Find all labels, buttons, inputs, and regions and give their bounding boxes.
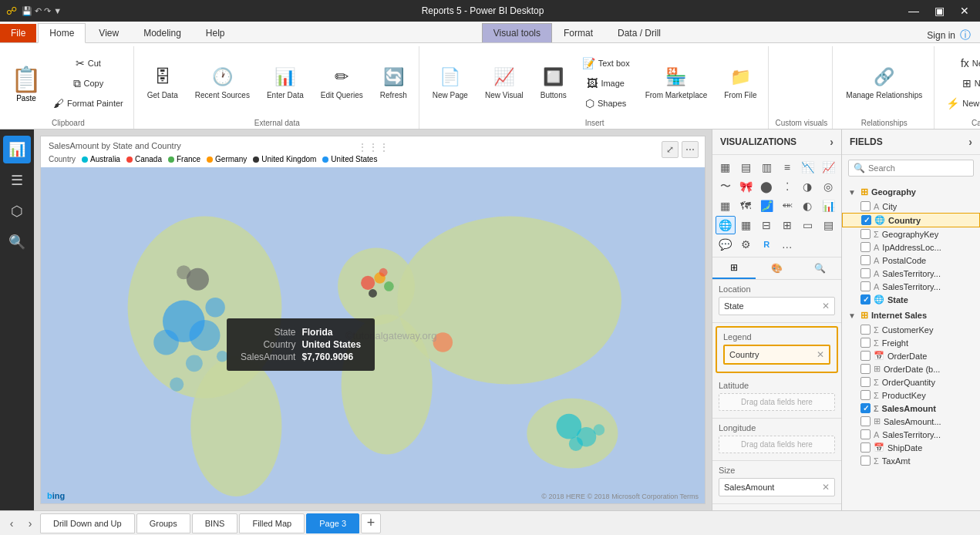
salesamount-b-checkbox[interactable] (860, 416, 871, 426)
move-handle[interactable]: ⋮⋮⋮ (357, 141, 389, 153)
orderdate-checkbox[interactable] (860, 351, 871, 361)
new-measure-button[interactable]: fx New Measure (941, 54, 980, 72)
viz-panel-expand-icon[interactable]: › (830, 136, 834, 148)
new-quick-measure-button[interactable]: ⚡ New Quick Measure (941, 94, 980, 113)
tab-filled-map[interactable]: Filled Map (239, 513, 305, 533)
field-state[interactable]: ✓ 🌐 State (842, 293, 980, 306)
orderdate-b-checkbox[interactable] (860, 364, 871, 374)
sidebar-btn-data[interactable]: ☰ (3, 167, 31, 194)
get-data-button[interactable]: 🗄 Get Data (140, 61, 185, 106)
tab-nav-left[interactable]: ‹ (3, 513, 20, 533)
viz-qna[interactable]: 💬 (716, 235, 736, 254)
tab-visual-tools[interactable]: Visual tools (482, 23, 552, 42)
viz-slicer[interactable]: ⊟ (756, 216, 776, 234)
field-salesterritory-is[interactable]: A SalesTerritory... (842, 428, 980, 441)
viz-size-remove-btn[interactable]: ✕ (822, 482, 830, 493)
tab-data-drill[interactable]: Data / Drill (606, 23, 672, 42)
fields-group-internetsales-header[interactable]: ▼ ⊞ Internet Sales (842, 308, 980, 323)
city-checkbox[interactable] (860, 201, 871, 211)
image-button[interactable]: 🖼 Image (577, 74, 635, 93)
ipaddress-checkbox[interactable] (860, 242, 871, 252)
viz-longitude-placeholder[interactable]: Drag data fields here (719, 436, 835, 453)
tab-bins[interactable]: BINS (192, 513, 238, 533)
field-country[interactable]: ✓ 🌐 Country (842, 213, 980, 227)
viz-multirow-card[interactable]: ▤ (818, 216, 838, 234)
tab-drill-down[interactable]: Drill Down and Up (40, 513, 135, 533)
cut-button[interactable]: ✂ Cut (48, 54, 129, 72)
enter-data-button[interactable]: 📊 Enter Data (260, 61, 311, 106)
field-city[interactable]: A City (842, 200, 980, 213)
viz-line-chart[interactable]: 📉 (798, 158, 818, 177)
field-salesamount[interactable]: ✓ Σ SalesAmount (842, 402, 980, 415)
maximize-btn[interactable]: ▣ (930, 3, 949, 19)
viz-latitude-placeholder[interactable]: Drag data fields here (719, 393, 835, 411)
viz-kpi[interactable]: 📊 (818, 197, 838, 215)
field-postalcode[interactable]: A PostalCode (842, 254, 980, 267)
viz-line-col[interactable]: 〜 (716, 177, 736, 196)
text-box-button[interactable]: 📝 Text box (577, 54, 635, 72)
new-page-button[interactable]: 📄 New Page (426, 61, 475, 106)
viz-fields-tab[interactable]: ⊞ (712, 257, 756, 279)
viz-matrix[interactable]: ▦ (736, 216, 756, 234)
viz-legend-remove-btn[interactable]: ✕ (817, 349, 824, 360)
expand-btn[interactable]: ⤢ (662, 141, 679, 158)
taxamt-checkbox[interactable] (860, 456, 871, 466)
viz-location-remove-btn[interactable]: ✕ (822, 301, 830, 311)
viz-scatter[interactable]: ⁚ (777, 177, 797, 196)
viz-funnel[interactable]: ⬽ (777, 197, 797, 215)
fields-panel-expand-icon[interactable]: › (968, 136, 972, 148)
tab-help[interactable]: Help (194, 23, 237, 42)
tab-modeling[interactable]: Modeling (132, 23, 193, 42)
freight-checkbox[interactable] (860, 338, 871, 348)
fields-search-input[interactable] (868, 163, 975, 173)
sidebar-btn-analytics[interactable]: 🔍 (3, 228, 31, 256)
map-visual[interactable]: ©tutorialgateway.org State Florida Count… (41, 167, 705, 503)
viz-pie[interactable]: ◑ (798, 177, 818, 196)
viz-gauge[interactable]: ◐ (798, 197, 818, 215)
viz-treemap[interactable]: ▦ (716, 197, 736, 215)
more-btn[interactable]: ⋯ (682, 141, 699, 158)
salesterritory1-checkbox[interactable] (860, 268, 871, 278)
copy-button[interactable]: ⧉ Copy (48, 74, 129, 93)
country-checkbox[interactable]: ✓ (861, 215, 871, 225)
sign-in-area[interactable]: Sign in ⓘ (918, 29, 980, 42)
field-ipaddress[interactable]: A IpAddressLoc... (842, 241, 980, 254)
viz-bar-chart[interactable]: ▦ (716, 158, 736, 177)
edit-queries-button[interactable]: ✏ Edit Queries (314, 61, 370, 106)
field-salesterritory1[interactable]: A SalesTerritory... (842, 267, 980, 280)
field-freight[interactable]: Σ Freight (842, 336, 980, 349)
minimize-btn[interactable]: ― (904, 3, 924, 19)
viz-ribbon[interactable]: 🎀 (736, 177, 756, 196)
field-orderquantity[interactable]: Σ OrderQuantity (842, 375, 980, 389)
fields-search-box[interactable]: 🔍 (848, 160, 974, 177)
tab-page3[interactable]: Page 3 (306, 513, 359, 533)
buttons-button[interactable]: 🔲 Buttons (534, 61, 574, 106)
format-painter-button[interactable]: 🖌 Format Painter (48, 94, 129, 113)
close-btn[interactable]: ✕ (955, 3, 974, 19)
manage-relationships-button[interactable]: 🔗 Manage Relationships (839, 61, 929, 106)
field-productkey[interactable]: Σ ProductKey (842, 389, 980, 402)
state-checkbox[interactable]: ✓ (860, 294, 871, 305)
viz-legend-field[interactable]: Country ✕ (723, 345, 830, 365)
field-taxamt[interactable]: Σ TaxAmt (842, 454, 980, 467)
tab-view[interactable]: View (87, 23, 130, 42)
field-geographykey[interactable]: Σ GeographyKey (842, 227, 980, 241)
viz-100-bar[interactable]: ≡ (777, 158, 797, 177)
salesterritory-is-checkbox[interactable] (860, 429, 871, 439)
from-marketplace-button[interactable]: 🏪 From Marketplace (638, 61, 715, 106)
salesterritory2-checkbox[interactable] (860, 281, 871, 291)
customerkey-checkbox[interactable] (860, 325, 871, 335)
paste-button[interactable]: 📋 Paste (8, 62, 45, 106)
shipdate-checkbox[interactable] (860, 442, 871, 453)
field-shipdate[interactable]: 📅 ShipDate (842, 441, 980, 454)
viz-custom1[interactable]: ⚙ (736, 235, 756, 254)
salesamount-checkbox[interactable]: ✓ (860, 403, 871, 413)
viz-card[interactable]: ▭ (798, 216, 818, 234)
new-column-button[interactable]: ⊞ New Column (941, 74, 980, 93)
viz-waterfall[interactable]: ⬤ (756, 177, 776, 196)
viz-filled-map[interactable]: 🗾 (756, 197, 776, 215)
viz-table[interactable]: ⊞ (777, 216, 797, 234)
new-visual-button[interactable]: 📈 New Visual (478, 61, 530, 106)
tab-format[interactable]: Format (552, 23, 605, 42)
recent-sources-button[interactable]: 🕐 Recent Sources (188, 61, 257, 106)
